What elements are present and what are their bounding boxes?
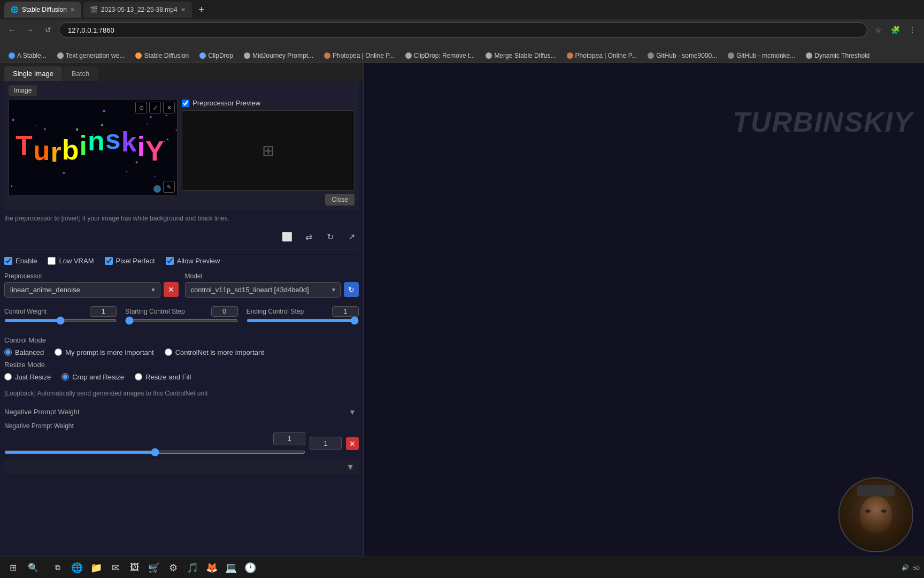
- new-tab-button[interactable]: +: [194, 2, 209, 17]
- taskbar-system-tray: 🔊 50: [902, 564, 920, 571]
- start-button[interactable]: ⊞: [4, 559, 21, 576]
- preprocessor-preview-label: Preprocessor Preview: [192, 99, 260, 107]
- sliders-row: Control Weight 1 Starting Control Step 0: [4, 306, 359, 322]
- bookmark-photopea2[interactable]: Photopea | Online P...: [563, 51, 642, 60]
- preprocessor-group: Preprocessor lineart_anime_denoise ✕: [4, 272, 179, 298]
- bookmark-merge-label: Merge Stable Diffus...: [494, 52, 556, 59]
- radio-just-resize-label: Just Resize: [15, 373, 51, 381]
- image-move-btn[interactable]: ⤢: [149, 102, 161, 113]
- starting-step-slider[interactable]: [125, 319, 237, 322]
- bookmark-stable[interactable]: A Stable...: [4, 51, 51, 60]
- pixel-perfect-checkbox[interactable]: [105, 257, 113, 265]
- radio-just-resize-input[interactable]: [4, 373, 12, 381]
- taskbar-photos[interactable]: 🖼: [126, 559, 143, 576]
- taskbar-store[interactable]: 🛒: [145, 559, 163, 576]
- tab-batch-label: Batch: [72, 70, 89, 78]
- taskbar-mail[interactable]: ✉: [107, 559, 124, 576]
- bookmark-clipdrop2-label: ClipDrop: Remove t...: [414, 52, 475, 59]
- preprocessor-preview-checkbox[interactable]: [182, 100, 189, 107]
- forward-button[interactable]: →: [22, 22, 37, 37]
- radio-balanced: Balanced: [4, 348, 44, 356]
- neg-prompt-slider[interactable]: [4, 451, 305, 454]
- tab-stable-diffusion[interactable]: 🌐 Stable Diffusion ✕: [4, 2, 81, 18]
- taskbar-edge[interactable]: 🌐: [68, 559, 86, 576]
- low-vram-checkbox[interactable]: [48, 257, 56, 265]
- tab-close-btn[interactable]: ✕: [70, 6, 75, 13]
- tab-favicon: 🌐: [11, 6, 19, 13]
- control-weight-slider[interactable]: [4, 319, 117, 322]
- tab-video-close-btn[interactable]: ✕: [181, 6, 186, 13]
- back-button[interactable]: ←: [4, 22, 19, 37]
- bookmark-sd[interactable]: Stable Diffusion: [131, 51, 193, 60]
- ending-step-slider[interactable]: [247, 319, 359, 322]
- bottom-expand-btn[interactable]: ▼: [346, 462, 355, 472]
- image-upload-box[interactable]: ⊙ ⤢ ✕ ✎: [9, 99, 178, 195]
- settings-icon[interactable]: ⋮: [905, 22, 920, 37]
- taskbar-explorer[interactable]: 📁: [88, 559, 105, 576]
- bookmark-github2[interactable]: GitHub - mcmonke...: [723, 51, 799, 60]
- preprocessor-run-btn[interactable]: ✕: [164, 282, 179, 297]
- expand-button[interactable]: ▼: [346, 406, 359, 419]
- bookmark-github1[interactable]: GitHub - some9000...: [643, 51, 721, 60]
- radio-resize-fill-input[interactable]: [135, 373, 142, 381]
- taskbar-terminal[interactable]: 💻: [222, 559, 240, 576]
- search-taskbar-btn[interactable]: 🔍: [25, 559, 42, 576]
- action-swap-icon[interactable]: ⇄: [301, 230, 316, 245]
- enable-checkbox[interactable]: [4, 257, 12, 265]
- close-button[interactable]: Close: [325, 194, 355, 206]
- taskbar-clock[interactable]: 🕐: [242, 559, 259, 576]
- neg-field-label: Negative Prompt Weight: [4, 422, 74, 430]
- ending-step-label-row: Ending Control Step 1: [247, 306, 359, 317]
- browser-toolbar-icons: ☆ 🧩 ⋮: [871, 22, 920, 37]
- image-zoom-btn[interactable]: ⊙: [135, 102, 147, 113]
- taskbar-media[interactable]: 🎵: [184, 559, 201, 576]
- preview-header: Preprocessor Preview: [182, 99, 355, 107]
- preprocessor-select[interactable]: lineart_anime_denoise: [4, 282, 160, 298]
- bookmark-textgen[interactable]: Text generation we...: [53, 51, 129, 60]
- tab-video[interactable]: 🎬 2023-05-13_22-25-38.mp4 ✕: [83, 2, 192, 18]
- neg-prompt-input[interactable]: [310, 437, 342, 450]
- bookmark-midjourney[interactable]: MidJourney Prompt...: [240, 51, 318, 60]
- neg-delete-button[interactable]: ✕: [346, 437, 359, 450]
- taskbar-volume[interactable]: 🔊: [902, 564, 909, 571]
- image-pencil-btn[interactable]: ✎: [163, 181, 175, 193]
- left-panel: Single Image Batch Image ⊙ ⤢: [0, 63, 364, 578]
- radio-balanced-input[interactable]: [4, 348, 12, 356]
- address-input[interactable]: [59, 22, 867, 37]
- bookmark-clipdrop2[interactable]: ClipDrop: Remove t...: [401, 51, 480, 60]
- sliders-section: Control Weight 1 Starting Control Step 0: [4, 302, 359, 332]
- preprocessor-label: Preprocessor: [4, 272, 179, 280]
- radio-controlnet-input[interactable]: [165, 348, 172, 356]
- bookmark-photopea1-label: Photopea | Online P...: [333, 52, 395, 59]
- tab-single-image[interactable]: Single Image: [4, 66, 62, 81]
- action-refresh-icon[interactable]: ↻: [322, 230, 337, 245]
- action-copy-icon[interactable]: ⬜: [280, 230, 295, 245]
- tab-batch[interactable]: Batch: [63, 66, 98, 81]
- model-refresh-btn[interactable]: ↻: [344, 282, 359, 297]
- image-close-btn[interactable]: ✕: [163, 102, 175, 113]
- reload-button[interactable]: ↺: [41, 22, 56, 37]
- bookmark-icon[interactable]: ☆: [871, 22, 886, 37]
- bookmark-clipdrop[interactable]: ClipDrop: [195, 51, 237, 60]
- model-group: Model control_v11p_sd15_lineart [43d4be0…: [185, 272, 359, 298]
- radio-crop-resize-input[interactable]: [61, 373, 69, 381]
- taskbar-task-view[interactable]: ⧉: [49, 559, 66, 576]
- bookmark-dynamic-threshold[interactable]: Dynamic Threshold: [802, 51, 874, 60]
- model-select[interactable]: control_v11p_sd15_lineart [43d4be0d]: [185, 282, 341, 298]
- webcam-overlay: [838, 477, 913, 552]
- radio-my-prompt-input[interactable]: [55, 348, 62, 356]
- taskbar-firefox[interactable]: 🦊: [203, 559, 220, 576]
- radio-controlnet: ControlNet is more important: [165, 348, 264, 356]
- allow-preview-checkbox[interactable]: [166, 257, 174, 265]
- taskbar-settings[interactable]: ⚙: [165, 559, 182, 576]
- image-header: Image: [9, 85, 355, 96]
- radio-crop-resize-label: Crop and Resize: [72, 373, 124, 381]
- allow-preview-label: Allow Preview: [177, 257, 220, 265]
- bookmark-merge[interactable]: Merge Stable Diffus...: [481, 51, 560, 60]
- pixel-perfect-label: Pixel Perfect: [116, 257, 155, 265]
- checkboxes-row: Enable Low VRAM Pixel Perfect Allow Prev…: [4, 254, 359, 268]
- bookmark-photopea1[interactable]: Photopea | Online P...: [320, 51, 399, 60]
- control-mode-section: Control Mode Balanced My prompt is more …: [4, 336, 359, 356]
- action-arrow-icon[interactable]: ↗: [344, 230, 359, 245]
- extensions-icon[interactable]: 🧩: [888, 22, 903, 37]
